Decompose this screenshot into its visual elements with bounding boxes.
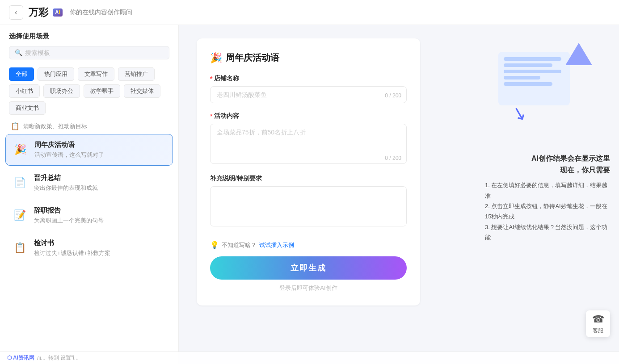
main-layout: 选择使用场景 🔍 全部 热门应用 文章写作 营销推广 小红书 职场办公 教学帮手… [0,25,619,364]
search-box: 🔍 [9,46,169,59]
template-name-promotion: 晋升总结 [34,174,168,182]
required-mark2: * [210,113,212,120]
template-icon-anniversary: 🎉 [11,141,29,159]
illus-line [504,57,561,61]
header-subtitle: 你的在线内容创作顾问 [70,8,132,17]
cat-tab-xiaohongshu[interactable]: 小红书 [9,84,40,98]
field-supplement: 补充说明/特别要求 [210,175,407,228]
hint-text: 不知道写啥？ [222,241,257,249]
header: ‹ 万彩 AI 你的在线内容创作顾问 [0,0,619,25]
ai-hint-box: AI创作结果会在显示这里 现在，你只需要 1. 在左侧填好必要的信息，填写越详细… [485,153,610,243]
activity-content-count: 0 / 200 [385,155,401,161]
template-info-review: 检讨书 检讨过失+诚恳认错+补救方案 [34,239,168,257]
search-icon: 🔍 [15,49,22,56]
search-input[interactable] [25,49,164,56]
illus-doc [498,52,570,105]
logo-text: 万彩 [29,6,48,19]
cat-tab-business[interactable]: 商业文书 [9,101,46,115]
bottom-logo: ⬡ AI资讯网 [7,354,34,362]
cat-tab-all[interactable]: 全部 [9,67,34,81]
template-item-resignation[interactable]: 📝 辞职报告 为离职画上一个完美的句号 [5,200,173,231]
template-item-promotion[interactable]: 📄 晋升总结 突出你最佳的表现和成就 [5,167,173,198]
template-info-anniversary: 周年庆活动语 活动宣传语，这么写就对了 [34,141,167,159]
template-name-review: 检讨书 [34,239,168,247]
ai-hint-list: 1. 在左侧填好必要的信息，填写越详细，结果越准 2. 点击立即生成按钮，静待A… [485,180,610,243]
back-button[interactable]: ‹ [9,5,23,20]
logo-area: 万彩 AI [29,6,63,19]
hint-row: 💡 不知道写啥？ 试试插入示例 [210,237,407,253]
template-desc-resignation: 为离职画上一个完美的句号 [34,217,168,225]
ai-hint-step3: 3. 想要让AI继续优化结果？当然没问题，这个功能 [485,222,610,243]
activity-content-wrapper: 0 / 200 [210,124,407,166]
customer-service-button[interactable]: ☎ 客服 [586,310,610,337]
bottom-text: /ii... [37,355,46,361]
template-desc-review: 检讨过失+诚恳认错+补救方案 [34,249,168,257]
generate-label: 立即生成 [291,264,326,272]
label-activity-content: * 活动内容 [210,112,407,120]
ai-hint-title-line1: AI创作结果会在显示这里 [531,155,610,162]
template-icon-promotion: 📄 [11,174,29,192]
cat-tab-marketing[interactable]: 营销推广 [118,67,155,81]
cat-tab-social[interactable]: 社交媒体 [124,84,160,98]
cs-label: 客服 [593,327,603,335]
cat-tab-teaching[interactable]: 教学帮手 [84,84,120,98]
ai-hint-title-line2: 现在，你只需要 [560,166,610,174]
login-hint: 登录后即可体验AI创作 [210,284,407,292]
generate-button[interactable]: 立即生成 [210,256,407,280]
policy-icon: 📋 [11,122,20,130]
template-desc-anniversary: 活动宣传语，这么写就对了 [34,151,167,159]
bottom-bar: ⬡ AI资讯网 /ii... 转到 设置"i... [0,351,619,364]
template-desc-promotion: 突出你最佳的表现和成就 [34,184,168,192]
template-info-resignation: 辞职报告 为离职画上一个完美的句号 [34,206,168,225]
policy-text: 清晰新政策、推动新目标 [23,122,87,130]
template-item-anniversary[interactable]: 🎉 周年庆活动语 活动宣传语，这么写就对了 [5,134,173,166]
cat-tab-article[interactable]: 文章写作 [78,67,114,81]
sidebar: 选择使用场景 🔍 全部 热门应用 文章写作 营销推广 小红书 职场办公 教学帮手… [0,25,179,364]
form-title: 🎉 周年庆活动语 [210,52,407,64]
supplement-textarea[interactable] [210,186,407,226]
label-shop-name: * 店铺名称 [210,75,407,83]
logo-ai: AI [53,8,63,17]
back-icon: ‹ [15,8,17,17]
illus-line [504,70,561,73]
illus-line [504,76,540,79]
template-icon-resignation: 📝 [11,206,29,224]
shop-name-count: 0 / 200 [385,92,401,99]
policy-item[interactable]: 📋 清晰新政策、推动新目标 [5,118,173,134]
template-info-promotion: 晋升总结 突出你最佳的表现和成就 [34,174,168,192]
shop-name-input[interactable] [210,86,407,103]
template-name-resignation: 辞职报告 [34,206,168,215]
field-activity-content: * 活动内容 0 / 200 [210,112,407,166]
label-supplement: 补充说明/特别要求 [210,175,407,183]
category-tabs: 全部 热门应用 文章写作 营销推广 小红书 职场办公 教学帮手 社交媒体 商业文… [0,63,178,118]
form-title-text: 周年庆活动语 [226,52,279,64]
shop-name-wrapper: 0 / 200 [210,86,407,103]
cs-icon: ☎ [592,314,604,325]
template-item-review[interactable]: 📋 检讨书 检讨过失+诚恳认错+补救方案 [5,233,173,264]
required-mark: * [210,75,212,82]
field-shop-name: * 店铺名称 0 / 200 [210,75,407,103]
illus-line [504,63,552,67]
hint-icon: 💡 [210,241,219,249]
hint-link[interactable]: 试试插入示例 [259,241,294,249]
preview-illustration: ↙ [485,38,610,146]
content-area: 🎉 周年庆活动语 * 店铺名称 0 / 200 * 活动内容 [179,25,476,364]
sidebar-title: 选择使用场景 [9,32,169,41]
template-list: 📋 清晰新政策、推动新目标 🎉 周年庆活动语 活动宣传语，这么写就对了 📄 晋升… [0,118,178,364]
cat-tab-office[interactable]: 职场办公 [43,84,80,98]
template-name-anniversary: 周年庆活动语 [34,141,167,149]
illus-triangle [565,43,592,65]
cat-tab-hot[interactable]: 热门应用 [38,67,74,81]
form-card: 🎉 周年庆活动语 * 店铺名称 0 / 200 * 活动内容 [197,38,420,305]
ai-hint-step2: 2. 点击立即生成按钮，静待AI妙笔生花，一般在15秒内完成 [485,201,610,222]
bottom-text2: 转到 设置"i... [48,354,79,362]
illus-line [504,82,552,86]
sidebar-header: 选择使用场景 🔍 [0,25,178,63]
template-icon-review: 📋 [11,239,29,257]
ai-hint-title: AI创作结果会在显示这里 现在，你只需要 [485,153,610,176]
activity-content-textarea[interactable] [210,124,407,164]
ai-hint-step1: 1. 在左侧填好必要的信息，填写越详细，结果越准 [485,180,610,201]
form-title-icon: 🎉 [210,52,222,64]
